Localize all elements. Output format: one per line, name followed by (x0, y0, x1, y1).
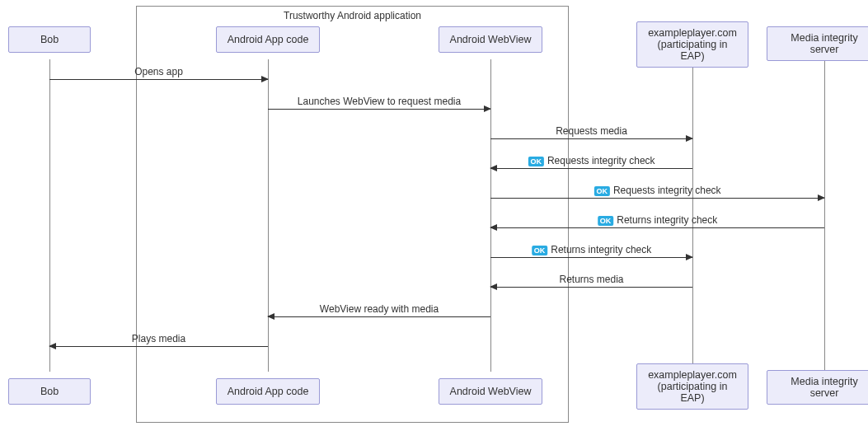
arrowhead-icon (484, 105, 491, 112)
participant-label: exampleplayer.com (participating in EAP) (645, 27, 739, 62)
arrow-webview-ready: WebView ready with media (268, 316, 490, 317)
arrowhead-icon (818, 194, 825, 201)
arrowhead-icon (490, 165, 497, 171)
group-title: Trustworthy Android application (284, 10, 421, 21)
lifeline-bob (49, 59, 50, 372)
participant-webview-bottom: Android WebView (439, 378, 542, 405)
arrow-launches-webview: Launches WebView to request media (268, 109, 490, 110)
arrowhead-icon (686, 254, 693, 260)
participant-label: Media integrity server (776, 376, 868, 399)
message-label: OKRequests integrity check (594, 185, 720, 198)
message-label: Returns media (559, 274, 623, 287)
arrow-requests-integrity-1: OKRequests integrity check (490, 168, 692, 169)
arrowhead-icon (490, 283, 497, 290)
message-label: OKReturns integrity check (532, 244, 652, 257)
message-label: Opens app (134, 66, 183, 79)
ok-badge-icon: OK (532, 246, 548, 255)
arrowhead-icon (686, 135, 693, 142)
participant-label: Android WebView (450, 386, 532, 397)
participant-label: Media integrity server (776, 32, 868, 55)
arrow-plays-media: Plays media (49, 346, 268, 347)
participant-bob-top: Bob (8, 26, 91, 53)
lifeline-app (268, 59, 269, 372)
ok-badge-icon: OK (594, 186, 610, 196)
arrowhead-icon (490, 224, 497, 231)
arrow-returns-integrity-1: OKReturns integrity check (490, 227, 824, 228)
message-label: Plays media (132, 333, 185, 346)
message-label: OKRequests integrity check (528, 155, 655, 168)
participant-app-top: Android App code (216, 26, 320, 53)
message-label: WebView ready with media (320, 303, 439, 316)
participant-app-bottom: Android App code (216, 378, 320, 405)
participant-label: exampleplayer.com (participating in EAP) (645, 369, 739, 404)
arrowhead-icon (261, 76, 269, 82)
arrow-returns-integrity-2: OKReturns integrity check (490, 257, 692, 258)
participant-bob-bottom: Bob (8, 378, 91, 405)
participant-webview-top: Android WebView (439, 26, 542, 53)
arrow-opens-app: Opens app (49, 79, 268, 80)
message-label: OKReturns integrity check (598, 214, 718, 227)
arrowhead-icon (49, 343, 56, 349)
participant-label: Android App code (228, 34, 309, 45)
group-trustworthy-app: Trustworthy Android application (136, 6, 569, 423)
ok-badge-icon: OK (598, 216, 614, 226)
message-label: Launches WebView to request media (298, 96, 461, 109)
ok-badge-icon: OK (528, 157, 544, 166)
message-label: Requests media (556, 125, 627, 138)
participant-label: Bob (40, 386, 59, 397)
participant-label: Android App code (228, 386, 309, 397)
lifeline-integrity (824, 59, 825, 372)
participant-label: Bob (40, 34, 59, 45)
arrow-requests-integrity-2: OKRequests integrity check (490, 198, 824, 199)
arrow-returns-media: Returns media (490, 287, 692, 288)
participant-integrity-bottom: Media integrity server (767, 370, 868, 405)
arrowhead-icon (267, 313, 274, 320)
participant-server-bottom: exampleplayer.com (participating in EAP) (636, 363, 748, 410)
participant-server-top: exampleplayer.com (participating in EAP) (636, 21, 748, 68)
arrow-requests-media: Requests media (490, 138, 692, 139)
participant-integrity-top: Media integrity server (767, 26, 868, 61)
participant-label: Android WebView (450, 34, 532, 45)
